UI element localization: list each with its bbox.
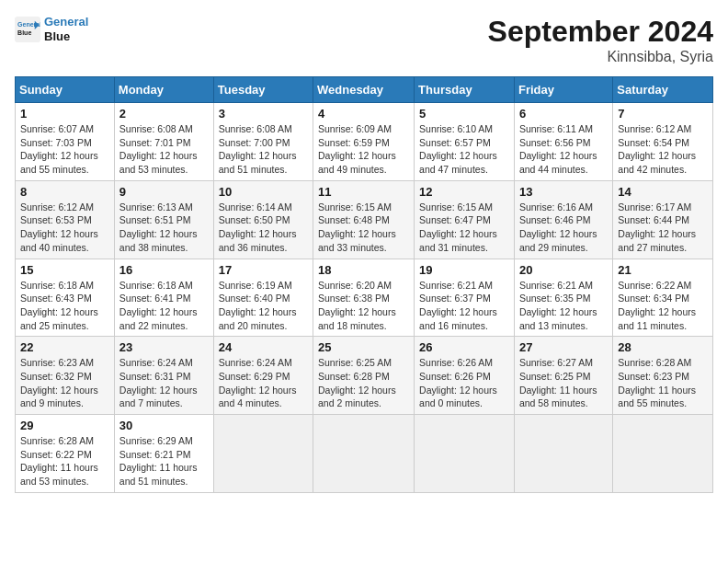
- calendar-cell-1: 1Sunrise: 6:07 AM Sunset: 7:03 PM Daylig…: [16, 103, 115, 181]
- day-number: 16: [119, 263, 209, 277]
- empty-cell: [514, 415, 612, 493]
- calendar-cell-24: 24Sunrise: 6:24 AM Sunset: 6:29 PM Dayli…: [213, 337, 313, 415]
- day-number: 9: [119, 185, 209, 199]
- calendar-cell-22: 22Sunrise: 6:23 AM Sunset: 6:32 PM Dayli…: [16, 337, 115, 415]
- day-number: 18: [318, 263, 409, 277]
- day-detail: Sunrise: 6:08 AM Sunset: 7:01 PM Dayligh…: [119, 122, 209, 177]
- empty-cell: [313, 415, 415, 493]
- day-detail: Sunrise: 6:08 AM Sunset: 7:00 PM Dayligh…: [219, 122, 308, 177]
- day-detail: Sunrise: 6:27 AM Sunset: 6:25 PM Dayligh…: [519, 356, 608, 410]
- title-block: September 2024 Kinnsibba, Syria: [488, 15, 713, 65]
- day-detail: Sunrise: 6:18 AM Sunset: 6:41 PM Dayligh…: [119, 279, 209, 333]
- day-number: 7: [618, 107, 708, 121]
- day-detail: Sunrise: 6:17 AM Sunset: 6:44 PM Dayligh…: [618, 201, 708, 255]
- day-number: 12: [419, 185, 509, 199]
- weekday-header-thursday: Thursday: [415, 77, 515, 103]
- day-detail: Sunrise: 6:11 AM Sunset: 6:56 PM Dayligh…: [519, 122, 608, 177]
- calendar-cell-5: 5Sunrise: 6:10 AM Sunset: 6:57 PM Daylig…: [415, 103, 515, 181]
- day-number: 1: [20, 107, 109, 121]
- logo-text-general: General: [44, 15, 88, 29]
- day-number: 14: [618, 185, 708, 199]
- calendar-cell-16: 16Sunrise: 6:18 AM Sunset: 6:41 PM Dayli…: [114, 259, 213, 337]
- day-detail: Sunrise: 6:15 AM Sunset: 6:47 PM Dayligh…: [419, 201, 509, 255]
- location-title: Kinnsibba, Syria: [488, 49, 713, 65]
- day-number: 8: [20, 185, 109, 199]
- day-number: 10: [219, 185, 308, 199]
- calendar-cell-11: 11Sunrise: 6:15 AM Sunset: 6:48 PM Dayli…: [313, 180, 415, 259]
- weekday-header-sunday: Sunday: [16, 77, 115, 103]
- day-number: 21: [618, 263, 708, 277]
- day-number: 15: [20, 263, 109, 277]
- day-number: 25: [318, 340, 409, 354]
- calendar-cell-14: 14Sunrise: 6:17 AM Sunset: 6:44 PM Dayli…: [613, 180, 713, 259]
- day-detail: Sunrise: 6:28 AM Sunset: 6:22 PM Dayligh…: [20, 434, 109, 488]
- day-detail: Sunrise: 6:29 AM Sunset: 6:21 PM Dayligh…: [119, 434, 209, 488]
- day-detail: Sunrise: 6:15 AM Sunset: 6:48 PM Dayligh…: [318, 201, 409, 255]
- weekday-header-friday: Friday: [514, 77, 612, 103]
- calendar-cell-15: 15Sunrise: 6:18 AM Sunset: 6:43 PM Dayli…: [16, 259, 115, 337]
- day-number: 13: [519, 185, 608, 199]
- calendar-cell-8: 8Sunrise: 6:12 AM Sunset: 6:53 PM Daylig…: [16, 180, 115, 259]
- day-number: 11: [318, 185, 409, 199]
- calendar-cell-10: 10Sunrise: 6:14 AM Sunset: 6:50 PM Dayli…: [213, 180, 313, 259]
- calendar-cell-30: 30Sunrise: 6:29 AM Sunset: 6:21 PM Dayli…: [114, 415, 213, 493]
- month-title: September 2024: [488, 15, 713, 49]
- calendar-cell-21: 21Sunrise: 6:22 AM Sunset: 6:34 PM Dayli…: [613, 259, 713, 337]
- day-detail: Sunrise: 6:24 AM Sunset: 6:31 PM Dayligh…: [119, 356, 209, 410]
- empty-cell: [613, 415, 713, 493]
- day-number: 30: [119, 419, 209, 432]
- calendar-cell-27: 27Sunrise: 6:27 AM Sunset: 6:25 PM Dayli…: [514, 337, 612, 415]
- calendar-cell-4: 4Sunrise: 6:09 AM Sunset: 6:59 PM Daylig…: [313, 103, 415, 181]
- day-detail: Sunrise: 6:22 AM Sunset: 6:34 PM Dayligh…: [618, 279, 708, 333]
- calendar-cell-6: 6Sunrise: 6:11 AM Sunset: 6:56 PM Daylig…: [514, 103, 612, 181]
- day-detail: Sunrise: 6:14 AM Sunset: 6:50 PM Dayligh…: [219, 201, 308, 255]
- day-detail: Sunrise: 6:07 AM Sunset: 7:03 PM Dayligh…: [20, 122, 109, 177]
- calendar-cell-23: 23Sunrise: 6:24 AM Sunset: 6:31 PM Dayli…: [114, 337, 213, 415]
- day-number: 28: [618, 340, 708, 354]
- day-detail: Sunrise: 6:20 AM Sunset: 6:38 PM Dayligh…: [318, 279, 409, 333]
- calendar-cell-3: 3Sunrise: 6:08 AM Sunset: 7:00 PM Daylig…: [213, 103, 313, 181]
- logo: General Blue General Blue: [15, 15, 88, 43]
- day-number: 29: [20, 419, 109, 432]
- weekday-header-tuesday: Tuesday: [213, 77, 313, 103]
- day-number: 22: [20, 340, 109, 354]
- day-detail: Sunrise: 6:25 AM Sunset: 6:28 PM Dayligh…: [318, 356, 409, 410]
- day-detail: Sunrise: 6:12 AM Sunset: 6:54 PM Dayligh…: [618, 122, 708, 177]
- day-number: 19: [419, 263, 509, 277]
- day-detail: Sunrise: 6:28 AM Sunset: 6:23 PM Dayligh…: [618, 356, 708, 410]
- calendar-cell-17: 17Sunrise: 6:19 AM Sunset: 6:40 PM Dayli…: [213, 259, 313, 337]
- day-number: 5: [419, 107, 509, 121]
- logo-icon: General Blue: [15, 17, 40, 42]
- calendar-cell-19: 19Sunrise: 6:21 AM Sunset: 6:37 PM Dayli…: [415, 259, 515, 337]
- empty-cell: [415, 415, 515, 493]
- calendar-table: SundayMondayTuesdayWednesdayThursdayFrid…: [15, 76, 713, 493]
- calendar-cell-26: 26Sunrise: 6:26 AM Sunset: 6:26 PM Dayli…: [415, 337, 515, 415]
- day-number: 3: [219, 107, 308, 121]
- day-number: 6: [519, 107, 608, 121]
- day-detail: Sunrise: 6:19 AM Sunset: 6:40 PM Dayligh…: [219, 279, 308, 333]
- weekday-header-monday: Monday: [114, 77, 213, 103]
- day-detail: Sunrise: 6:24 AM Sunset: 6:29 PM Dayligh…: [219, 356, 308, 410]
- empty-cell: [213, 415, 313, 493]
- day-detail: Sunrise: 6:18 AM Sunset: 6:43 PM Dayligh…: [20, 279, 109, 333]
- calendar-cell-29: 29Sunrise: 6:28 AM Sunset: 6:22 PM Dayli…: [16, 415, 115, 493]
- calendar-cell-20: 20Sunrise: 6:21 AM Sunset: 6:35 PM Dayli…: [514, 259, 612, 337]
- day-detail: Sunrise: 6:26 AM Sunset: 6:26 PM Dayligh…: [419, 356, 509, 410]
- logo-text-blue: Blue: [44, 29, 88, 44]
- day-detail: Sunrise: 6:10 AM Sunset: 6:57 PM Dayligh…: [419, 122, 509, 177]
- header: General Blue General Blue September 2024…: [15, 15, 713, 65]
- svg-text:Blue: Blue: [17, 29, 31, 36]
- day-detail: Sunrise: 6:12 AM Sunset: 6:53 PM Dayligh…: [20, 201, 109, 255]
- calendar-cell-28: 28Sunrise: 6:28 AM Sunset: 6:23 PM Dayli…: [613, 337, 713, 415]
- day-number: 24: [219, 340, 308, 354]
- calendar-cell-9: 9Sunrise: 6:13 AM Sunset: 6:51 PM Daylig…: [114, 180, 213, 259]
- day-detail: Sunrise: 6:16 AM Sunset: 6:46 PM Dayligh…: [519, 201, 608, 255]
- day-number: 17: [219, 263, 308, 277]
- day-detail: Sunrise: 6:09 AM Sunset: 6:59 PM Dayligh…: [318, 122, 409, 177]
- day-number: 4: [318, 107, 409, 121]
- calendar-cell-12: 12Sunrise: 6:15 AM Sunset: 6:47 PM Dayli…: [415, 180, 515, 259]
- day-number: 20: [519, 263, 608, 277]
- day-detail: Sunrise: 6:21 AM Sunset: 6:37 PM Dayligh…: [419, 279, 509, 333]
- day-number: 2: [119, 107, 209, 121]
- calendar-cell-13: 13Sunrise: 6:16 AM Sunset: 6:46 PM Dayli…: [514, 180, 612, 259]
